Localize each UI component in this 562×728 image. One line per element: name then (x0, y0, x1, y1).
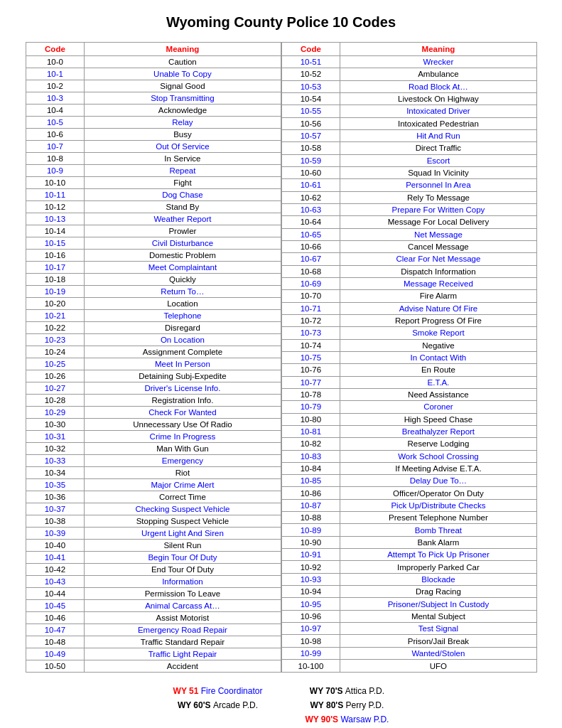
table-row: 10-28Registration Info. (26, 395, 281, 407)
table-row: 10-91Attempt To Pick Up Prisoner (281, 549, 536, 561)
meaning-cell: Return To… (85, 286, 281, 298)
code-cell: 10-10 (26, 177, 85, 189)
meaning-cell: En Route (340, 364, 536, 376)
meaning-cell: Disregard (85, 322, 281, 334)
code-cell: 10-17 (26, 262, 85, 274)
meaning-cell: Caution (85, 56, 281, 68)
meaning-cell: Repeat (85, 165, 281, 177)
meaning-cell: Meet Complaintant (85, 262, 281, 274)
footer-cell: WY 60'S Arcade P.D. (152, 698, 284, 712)
table-row: 10-97Test Signal (281, 623, 536, 635)
meaning-cell: Emergency (85, 455, 281, 467)
meaning-cell: Assist Motorist (85, 612, 281, 624)
code-cell: 10-34 (26, 467, 85, 479)
code-cell: 10-87 (281, 499, 340, 511)
page-title: Wyoming County Police 10 Codes (21, 14, 541, 31)
table-row: 10-22Disregard (26, 322, 281, 334)
code-cell: 10-0 (26, 56, 85, 68)
code-cell: 10-56 (281, 117, 340, 129)
meaning-cell: Meet In Person (85, 358, 281, 370)
table-row: 10-15Civil Disturbance (26, 237, 281, 250)
code-cell: 10-21 (26, 310, 85, 322)
meaning-cell: Registration Info. (85, 395, 281, 407)
code-cell: 10-41 (26, 552, 85, 564)
meaning-cell: Prisoner/Subject In Custody (340, 598, 536, 610)
meaning-cell: Escort (340, 154, 536, 166)
table-row: 10-54Livestock On Highway (281, 92, 536, 105)
code-cell: 10-42 (26, 564, 85, 576)
table-row: 10-94Drag Racing (281, 586, 536, 598)
code-cell: 10-94 (281, 586, 340, 598)
table-row: 10-35Major Crime Alert (26, 479, 281, 491)
code-cell: 10-96 (281, 610, 340, 622)
table-row: 10-87Pick Up/Distribute Checks (281, 499, 536, 511)
code-cell: 10-9 (26, 165, 85, 177)
table-row: 10-43Information (26, 576, 281, 588)
table-row: 10-79Coroner (281, 401, 536, 413)
meaning-cell: Attempt To Pick Up Prisoner (340, 549, 536, 561)
table-row: 10-60Squad In Vicinity (281, 166, 536, 178)
code-cell: 10-92 (281, 561, 340, 573)
table-row: 10-90Bank Alarm (281, 536, 536, 548)
meaning-cell: Prison/Jail Break (340, 635, 536, 647)
footer-row: WY 60'S Arcade P.D.WY 80'S Perry P.D. (152, 698, 411, 712)
code-cell: 10-59 (281, 154, 340, 166)
meaning-cell: Telephone (85, 310, 281, 322)
table-row: 10-38Stopping Suspect Vehicle (26, 515, 281, 528)
table-row: 10-62Rely To Message (281, 191, 536, 203)
meaning-cell: Message For Local Delivery (340, 216, 536, 228)
table-row: 10-9Repeat (26, 165, 281, 177)
meaning-cell: Improperly Parked Car (340, 561, 536, 573)
code-cell: 10-44 (26, 588, 85, 600)
code-cell: 10-60 (281, 166, 340, 178)
code-cell: 10-73 (281, 327, 340, 339)
table-row: 10-59Escort (281, 154, 536, 166)
meaning-cell: Livestock On Highway (340, 92, 536, 105)
meaning-cell: Squad In Vicinity (340, 166, 536, 178)
table-row: 10-34Riot (26, 467, 281, 479)
table1-header-code: Code (26, 43, 85, 56)
code-cell: 10-76 (281, 364, 340, 376)
code-cell: 10-55 (281, 105, 340, 117)
meaning-cell: Location (85, 298, 281, 310)
meaning-cell: Road Block At… (340, 80, 536, 92)
code-cell: 10-47 (26, 624, 85, 636)
code-cell: 10-65 (281, 228, 340, 240)
meaning-cell: Correct Time (85, 491, 281, 503)
meaning-cell: Major Crime Alert (85, 479, 281, 491)
table-row: 10-57Hit And Run (281, 129, 536, 141)
meaning-cell: Bank Alarm (340, 536, 536, 548)
meaning-cell: Riot (85, 467, 281, 479)
code-cell: 10-26 (26, 370, 85, 382)
table-row: 10-69Message Received (281, 277, 536, 289)
table-row: 10-95Prisoner/Subject In Custody (281, 598, 536, 610)
code-cell: 10-3 (26, 92, 85, 105)
code-cell: 10-50 (26, 660, 85, 673)
meaning-cell: Relay (85, 117, 281, 129)
table-row: 10-33Emergency (26, 455, 281, 467)
code-cell: 10-12 (26, 201, 85, 213)
meaning-cell: Information (85, 576, 281, 588)
tables-wrapper: Code Meaning 10-0Caution10-1Unable To Co… (21, 42, 541, 673)
code-cell: 10-53 (281, 80, 340, 92)
code-cell: 10-30 (26, 419, 85, 431)
code-cell: 10-40 (26, 540, 85, 552)
meaning-cell: Wanted/Stolen (340, 647, 536, 659)
table-row: 10-11Dog Chase (26, 189, 281, 201)
code-cell: 10-70 (281, 290, 340, 302)
table-row: 10-50Accident (26, 660, 281, 673)
footer-value: Arcade P.D. (213, 700, 258, 710)
meaning-cell: Blockade (340, 573, 536, 585)
table-row: 10-71Advise Nature Of Fire (281, 302, 536, 314)
code-cell: 10-86 (281, 487, 340, 499)
table-row: 10-5Relay (26, 117, 281, 129)
code-cell: 10-15 (26, 237, 85, 250)
meaning-cell: Civil Disturbance (85, 237, 281, 250)
code-cell: 10-74 (281, 339, 340, 351)
code-cell: 10-89 (281, 524, 340, 536)
table-row: 10-92Improperly Parked Car (281, 561, 536, 573)
meaning-cell: Traffic Standard Repair (85, 636, 281, 648)
table-row: 10-64Message For Local Delivery (281, 216, 536, 228)
code-cell: 10-8 (26, 153, 85, 165)
code-cell: 10-63 (281, 203, 340, 215)
